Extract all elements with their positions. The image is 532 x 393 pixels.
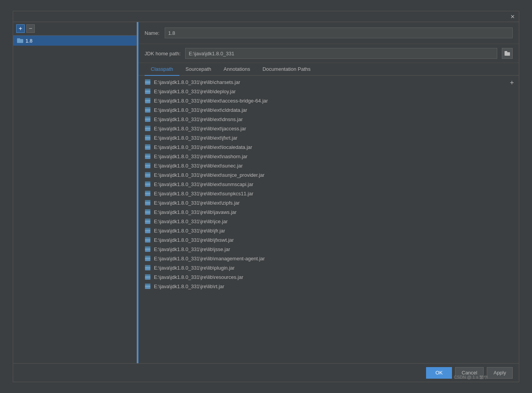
jdk-path-row: JDK home path: (138, 44, 519, 63)
ok-button[interactable]: OK (426, 367, 452, 379)
dialog: ✕ + − 1.8 Name: (13, 11, 519, 382)
jar-path-label: E:\java\jdk1.8.0_331\jre\lib\ext\sunpkcs… (154, 191, 253, 196)
tab-annotations[interactable]: Annotations (217, 63, 256, 76)
folder-browse-icon (505, 51, 510, 56)
jar-path-label: E:\java\jdk1.8.0_331\jre\lib\ext\nashorn… (154, 154, 247, 159)
watermark: CSDN @ 1 s 繁华 (454, 374, 488, 380)
name-label: Name: (145, 30, 160, 36)
jar-path-label: E:\java\jdk1.8.0_331\jre\lib\jce.jar (154, 219, 228, 224)
jar-item[interactable]: E:\java\jdk1.8.0_331\jre\lib\ext\sunec.j… (138, 161, 519, 170)
jar-item[interactable]: E:\java\jdk1.8.0_331\jre\lib\deploy.jar (138, 87, 519, 96)
add-sdk-button[interactable]: + (16, 24, 25, 33)
jar-file-icon (145, 190, 151, 196)
jar-path-label: E:\java\jdk1.8.0_331\jre\lib\management-… (154, 256, 265, 261)
jar-path-label: E:\java\jdk1.8.0_331\jre\lib\ext\localed… (154, 144, 252, 150)
tabs-row: Classpath Sourcepath Annotations Documen… (138, 63, 519, 76)
jar-item[interactable]: E:\java\jdk1.8.0_331\jre\lib\jsse.jar (138, 244, 519, 254)
jar-file-icon (145, 209, 151, 215)
jar-path-label: E:\java\jdk1.8.0_331\jre\lib\deploy.jar (154, 89, 236, 94)
jar-item[interactable]: E:\java\jdk1.8.0_331\jre\lib\ext\cldrdat… (138, 105, 519, 114)
folder-icon (17, 38, 23, 44)
tab-documentation-paths[interactable]: Documentation Paths (256, 63, 317, 76)
jar-item[interactable]: E:\java\jdk1.8.0_331\jre\lib\ext\jfxrt.j… (138, 133, 519, 142)
jdk-path-label: JDK home path: (145, 51, 181, 56)
jar-path-label: E:\java\jdk1.8.0_331\jre\lib\ext\jfxrt.j… (154, 135, 237, 141)
classpath-content: E:\java\jdk1.8.0_331\jre\lib\charsets.ja… (138, 76, 519, 363)
jar-path-label: E:\java\jdk1.8.0_331\jre\lib\jfr.jar (154, 228, 225, 234)
jar-item[interactable]: E:\java\jdk1.8.0_331\jre\lib\ext\sunjce_… (138, 170, 519, 179)
left-panel: + − 1.8 (13, 22, 137, 363)
jar-path-label: E:\java\jdk1.8.0_331\jre\lib\jsse.jar (154, 246, 230, 252)
tab-classpath[interactable]: Classpath (145, 63, 179, 76)
jar-item[interactable]: E:\java\jdk1.8.0_331\jre\lib\ext\sunpkcs… (138, 189, 519, 198)
jar-file-icon (145, 97, 151, 104)
classpath-list: E:\java\jdk1.8.0_331\jre\lib\charsets.ja… (138, 76, 519, 292)
remove-sdk-button[interactable]: − (26, 24, 35, 33)
svg-rect-1 (505, 51, 507, 53)
left-toolbar: + − (13, 22, 136, 36)
jar-item[interactable]: E:\java\jdk1.8.0_331\jre\lib\ext\nashorn… (138, 152, 519, 161)
jar-item[interactable]: E:\java\jdk1.8.0_331\jre\lib\ext\jaccess… (138, 124, 519, 133)
jar-file-icon (145, 227, 151, 234)
jar-file-icon (145, 255, 151, 261)
jar-file-icon (145, 246, 151, 252)
jar-path-label: E:\java\jdk1.8.0_331\jre\lib\rt.jar (154, 284, 224, 289)
jar-file-icon (145, 125, 151, 132)
jar-path-label: E:\java\jdk1.8.0_331\jre\lib\ext\jaccess… (154, 126, 246, 132)
jar-item[interactable]: E:\java\jdk1.8.0_331\jre\lib\ext\dnsns.j… (138, 114, 519, 124)
sdk-item-label: 1.8 (26, 38, 32, 44)
jar-item[interactable]: E:\java\jdk1.8.0_331\jre\lib\management-… (138, 254, 519, 263)
jar-file-icon (145, 79, 151, 85)
jar-file-icon (145, 116, 151, 122)
jdk-path-input[interactable] (185, 48, 497, 59)
jar-file-icon (145, 172, 151, 178)
apply-button[interactable]: Apply (487, 367, 513, 379)
jar-file-icon (145, 200, 151, 206)
jar-path-label: E:\java\jdk1.8.0_331\jre\lib\ext\access-… (154, 98, 268, 104)
title-bar: ✕ (13, 11, 519, 22)
jar-item[interactable]: E:\java\jdk1.8.0_331\jre\lib\ext\localed… (138, 142, 519, 152)
jdk-browse-button[interactable] (502, 48, 513, 59)
jar-item[interactable]: E:\java\jdk1.8.0_331\jre\lib\ext\sunmsca… (138, 179, 519, 189)
jar-file-icon (145, 237, 151, 243)
bottom-bar: OK Cancel Apply CSDN @ 1 s 繁华 (13, 363, 519, 382)
jar-path-label: E:\java\jdk1.8.0_331\jre\lib\charsets.ja… (154, 79, 240, 85)
sdk-list: 1.8 (13, 36, 136, 363)
jar-file-icon (145, 135, 151, 141)
name-row: Name: (138, 22, 519, 44)
jar-file-icon (145, 153, 151, 159)
jar-path-label: E:\java\jdk1.8.0_331\jre\lib\ext\zipfs.j… (154, 200, 240, 206)
jar-file-icon (145, 107, 151, 113)
jar-file-icon (145, 162, 151, 169)
jar-item[interactable]: E:\java\jdk1.8.0_331\jre\lib\rt.jar (138, 282, 519, 291)
jar-file-icon (145, 265, 151, 271)
jar-item[interactable]: E:\java\jdk1.8.0_331\jre\lib\resources.j… (138, 272, 519, 282)
right-panel: Name: JDK home path: Classpath Sourcepat… (138, 22, 519, 363)
jar-item[interactable]: E:\java\jdk1.8.0_331\jre\lib\jfxswt.jar (138, 235, 519, 244)
jar-file-icon (145, 274, 151, 280)
close-button[interactable]: ✕ (510, 14, 516, 20)
tab-sourcepath[interactable]: Sourcepath (179, 63, 218, 76)
jar-file-icon (145, 283, 151, 289)
jar-item[interactable]: E:\java\jdk1.8.0_331\jre\lib\jce.jar (138, 217, 519, 226)
jar-path-label: E:\java\jdk1.8.0_331\jre\lib\resources.j… (154, 274, 243, 280)
jar-path-label: E:\java\jdk1.8.0_331\jre\lib\ext\sunmsca… (154, 181, 253, 187)
jar-path-label: E:\java\jdk1.8.0_331\jre\lib\ext\sunec.j… (154, 163, 243, 169)
jar-item[interactable]: E:\java\jdk1.8.0_331\jre\lib\jfr.jar (138, 226, 519, 235)
jar-file-icon (145, 218, 151, 224)
jar-item[interactable]: E:\java\jdk1.8.0_331\jre\lib\ext\zipfs.j… (138, 198, 519, 207)
jar-path-label: E:\java\jdk1.8.0_331\jre\lib\ext\sunjce_… (154, 172, 264, 178)
jar-path-label: E:\java\jdk1.8.0_331\jre\lib\ext\dnsns.j… (154, 116, 243, 122)
sdk-item-1-8[interactable]: 1.8 (13, 36, 136, 46)
jar-file-icon (145, 88, 151, 94)
jar-item[interactable]: E:\java\jdk1.8.0_331\jre\lib\plugin.jar (138, 263, 519, 272)
jar-item[interactable]: E:\java\jdk1.8.0_331\jre\lib\charsets.ja… (138, 77, 519, 87)
jar-item[interactable]: E:\java\jdk1.8.0_331\jre\lib\javaws.jar (138, 207, 519, 217)
name-input[interactable] (165, 27, 513, 38)
jar-path-label: E:\java\jdk1.8.0_331\jre\lib\plugin.jar (154, 265, 235, 271)
jar-path-label: E:\java\jdk1.8.0_331\jre\lib\ext\cldrdat… (154, 107, 247, 113)
jar-path-label: E:\java\jdk1.8.0_331\jre\lib\jfxswt.jar (154, 237, 234, 243)
jar-item[interactable]: E:\java\jdk1.8.0_331\jre\lib\ext\access-… (138, 96, 519, 105)
add-classpath-button[interactable]: + (508, 79, 516, 87)
jar-file-icon (145, 144, 151, 150)
